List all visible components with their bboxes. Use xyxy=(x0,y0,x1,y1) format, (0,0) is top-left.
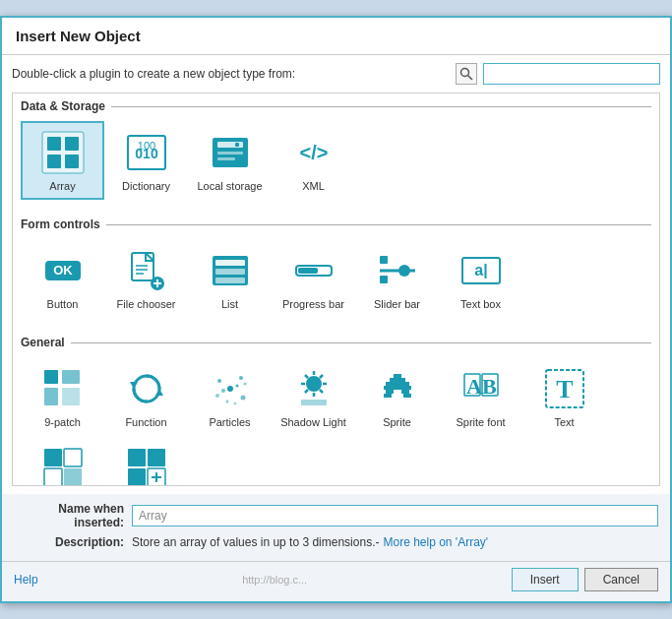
svg-text:100: 100 xyxy=(137,140,154,152)
particles-icon xyxy=(207,365,254,412)
item-shadow-light[interactable]: Shadow Light xyxy=(272,357,355,436)
svg-rect-3 xyxy=(47,137,61,151)
svg-text:a|: a| xyxy=(474,262,487,279)
svg-rect-71 xyxy=(384,394,392,398)
svg-rect-6 xyxy=(65,155,79,168)
name-input[interactable] xyxy=(132,505,658,526)
item-sprite-font-label: Sprite font xyxy=(456,416,505,428)
footer-url: http://blog.c... xyxy=(38,574,512,586)
svg-point-52 xyxy=(221,389,225,393)
dictionary-icon: 010 100 xyxy=(123,129,170,176)
text-box-icon: a| xyxy=(458,247,505,294)
item-text-box-label: Text box xyxy=(460,298,501,310)
search-icon xyxy=(459,67,473,81)
help-link[interactable]: Help xyxy=(14,573,38,587)
item-progress-bar[interactable]: Progress bar xyxy=(272,239,355,318)
item-xml-label: XML xyxy=(302,180,325,192)
function-icon xyxy=(123,365,170,412)
svg-line-63 xyxy=(305,390,308,393)
file-chooser-icon xyxy=(123,247,170,294)
dialog-footer: Help http://blog.c... Insert Cancel xyxy=(2,561,670,601)
form-controls-items: OK Button xyxy=(21,239,651,326)
section-data-storage: Data & Storage xyxy=(13,93,659,212)
item-tiled-background[interactable]: Tiled Background xyxy=(21,436,104,486)
svg-rect-13 xyxy=(217,152,243,155)
svg-point-47 xyxy=(239,376,243,380)
svg-point-0 xyxy=(461,69,469,77)
item-button[interactable]: OK Button xyxy=(21,239,104,318)
item-function-label: Function xyxy=(125,416,166,428)
bottom-section: Name when inserted: Description: Store a… xyxy=(2,494,670,561)
svg-rect-80 xyxy=(44,468,62,486)
svg-point-46 xyxy=(217,379,221,383)
item-text[interactable]: T Text xyxy=(522,357,606,436)
svg-rect-83 xyxy=(148,449,165,466)
objects-scroll-area[interactable]: Data & Storage xyxy=(12,93,660,486)
item-sprite[interactable]: Sprite xyxy=(355,357,439,436)
name-label: Name when inserted: xyxy=(14,502,132,529)
item-dictionary[interactable]: 010 100 Dictionary xyxy=(104,121,188,200)
svg-point-32 xyxy=(398,265,410,277)
item-9patch[interactable]: 9-patch xyxy=(21,357,104,436)
svg-point-51 xyxy=(235,385,238,388)
svg-rect-5 xyxy=(47,155,61,168)
dialog-body: Double-click a plugin to create a new ob… xyxy=(2,55,670,494)
description-link[interactable]: More help on 'Array' xyxy=(383,535,488,549)
svg-point-48 xyxy=(215,394,219,398)
svg-rect-14 xyxy=(217,157,235,160)
svg-point-55 xyxy=(306,376,322,392)
cancel-button[interactable]: Cancel xyxy=(584,568,658,591)
svg-point-54 xyxy=(243,383,246,386)
local-storage-icon xyxy=(207,129,254,176)
svg-rect-4 xyxy=(65,137,79,151)
item-function[interactable]: Function xyxy=(104,357,188,436)
list-icon xyxy=(207,247,254,294)
svg-rect-78 xyxy=(44,449,62,466)
item-sprite-font[interactable]: AB Sprite font xyxy=(439,357,522,436)
item-list-label: List xyxy=(221,298,238,310)
item-array[interactable]: Array xyxy=(21,121,104,200)
footer-buttons: Insert Cancel xyxy=(512,568,658,591)
section-header-data-storage: Data & Storage xyxy=(21,99,651,113)
svg-rect-64 xyxy=(301,400,327,405)
sprite-font-icon: AB xyxy=(458,365,505,412)
item-slider-bar[interactable]: Slider bar xyxy=(355,239,439,318)
item-tilemap[interactable]: Tilemap xyxy=(104,436,188,486)
slider-bar-icon xyxy=(374,247,421,294)
search-input[interactable] xyxy=(483,63,660,85)
item-local-storage-label: Local storage xyxy=(197,180,262,192)
text-icon: T xyxy=(541,365,588,412)
item-particles[interactable]: Particles xyxy=(188,357,272,436)
name-row: Name when inserted: xyxy=(14,502,658,529)
svg-text:OK: OK xyxy=(53,263,73,278)
svg-text:T: T xyxy=(556,375,573,403)
svg-point-53 xyxy=(233,402,236,405)
item-list[interactable]: List xyxy=(188,239,272,318)
search-icon-button[interactable] xyxy=(456,63,477,85)
svg-rect-11 xyxy=(217,142,243,148)
description-separator: - xyxy=(375,535,379,549)
svg-rect-39 xyxy=(44,388,58,405)
item-text-box[interactable]: a| Text box xyxy=(439,239,522,318)
9patch-icon xyxy=(39,365,87,412)
svg-line-60 xyxy=(305,375,308,378)
item-xml[interactable]: </> XML xyxy=(272,121,355,200)
section-form-controls: Form controls OK Button xyxy=(13,212,659,330)
svg-rect-72 xyxy=(403,394,411,398)
item-dictionary-label: Dictionary xyxy=(122,180,170,192)
svg-line-61 xyxy=(320,390,323,393)
description-label: Description: xyxy=(14,535,132,549)
tilemap-icon xyxy=(123,444,170,486)
item-file-chooser-label: File chooser xyxy=(117,298,176,310)
data-storage-items: Array 010 100 Dictionary xyxy=(21,121,651,208)
item-file-chooser[interactable]: File chooser xyxy=(104,239,188,318)
item-progress-bar-label: Progress bar xyxy=(282,298,344,310)
svg-point-49 xyxy=(240,396,245,401)
general-items: 9-patch Functi xyxy=(21,357,651,486)
insert-button[interactable]: Insert xyxy=(512,568,579,591)
dialog-title: Insert New Object xyxy=(2,18,670,55)
insert-new-object-dialog: Insert New Object Double-click a plugin … xyxy=(0,16,672,603)
item-local-storage[interactable]: Local storage xyxy=(188,121,272,200)
svg-rect-82 xyxy=(128,449,146,466)
progress-bar-icon xyxy=(290,247,337,294)
